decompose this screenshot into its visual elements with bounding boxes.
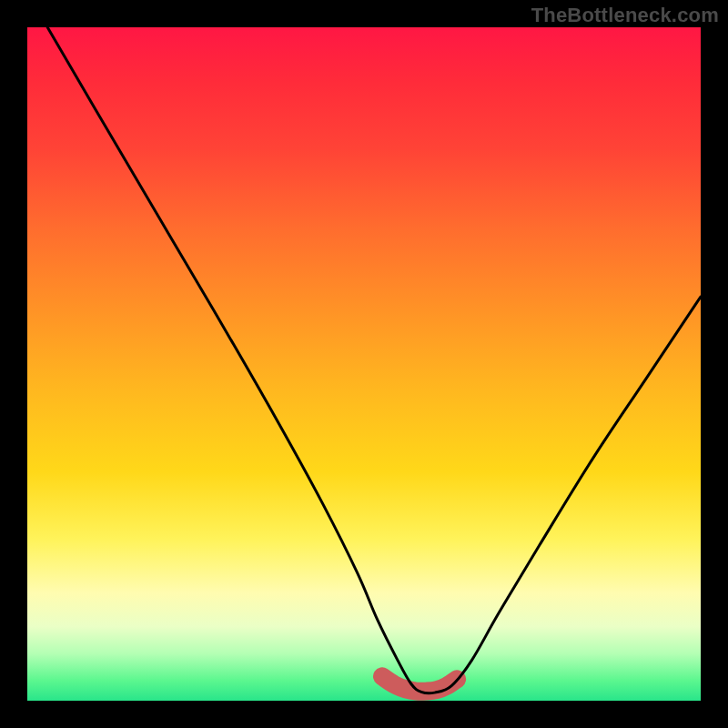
chart-container: TheBottleneck.com <box>0 0 728 728</box>
bottleneck-curve <box>47 27 701 693</box>
curve-svg <box>27 27 701 701</box>
attribution-text: TheBottleneck.com <box>531 4 719 27</box>
plot-area <box>27 27 701 701</box>
